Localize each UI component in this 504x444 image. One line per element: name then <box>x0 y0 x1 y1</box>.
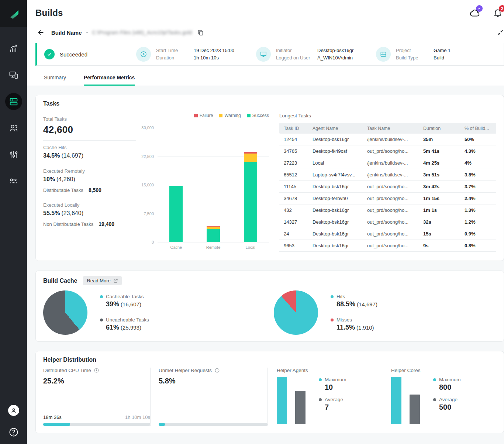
sidebar <box>0 0 27 444</box>
field-label: Project <box>396 48 434 54</box>
field-label: Build Type <box>396 55 434 61</box>
table-cell: 1.2% <box>460 219 496 225</box>
back-arrow-icon[interactable] <box>37 28 45 37</box>
table-header-cell: % of Build... <box>460 126 496 131</box>
table-cell: out_prd/soong/ho... <box>363 219 419 225</box>
stat-sub-label: Non Distributable Tasks <box>43 221 93 227</box>
bar-segment-success <box>169 186 183 242</box>
table-cell: Desktop-bsk16gr <box>308 137 363 142</box>
legend-swatch <box>194 114 198 117</box>
stat-label: Executed Locally <box>43 202 136 208</box>
build-status-text: Succeeded <box>60 51 87 58</box>
table-cell: 34765 <box>279 148 308 154</box>
stat-value: 55.5% <box>43 210 60 216</box>
legend-paren: (16,607) <box>121 301 141 307</box>
field-value: Game 1 <box>434 48 451 54</box>
legend-label: Average <box>439 397 458 402</box>
x-axis-label: Cache <box>158 245 195 249</box>
sliders-icon <box>8 149 19 160</box>
helper-cores-bar-chart <box>391 377 421 424</box>
build-status-card: Succeeded Start Time19 Dec 2023 15:00 Du… <box>35 43 504 66</box>
unmet-progress-bar <box>159 423 267 426</box>
table-cell: /jenkins/buildsev-... <box>363 137 419 142</box>
field-value: A_WIN10\Admin <box>317 55 353 61</box>
table-cell: 0.8% <box>460 243 496 248</box>
table-row[interactable]: 34765Desktop-fk49osfout_prd/soong/ho...5… <box>279 145 496 157</box>
table-body: 12454Desktop-bsk16gr/jenkins/buildsev-..… <box>279 134 496 252</box>
cacheable-tasks-pie-chart <box>43 290 87 335</box>
copy-icon[interactable] <box>197 29 204 36</box>
table-cell: out_prd/soong/ho... <box>363 184 419 189</box>
table-cell: 2.4% <box>460 196 496 201</box>
field-label: Logged on User <box>276 55 317 61</box>
legend-value: 800 <box>433 383 461 392</box>
table-cell: /jenkins/buildsev-... <box>363 172 419 178</box>
table-row[interactable]: 9653Desktop-bsk16grout_prd/soong/ho...9s… <box>279 240 496 252</box>
table-row[interactable]: 24Desktop-bsk16grout_prd/soong/ho...15s0… <box>279 228 496 240</box>
sidebar-item-analytics[interactable] <box>0 35 27 62</box>
build-path-blurred: C:\Program Files (x86)_Acro10p\Tasks.gol… <box>92 30 192 35</box>
table-row[interactable]: 14327Desktop-bsk16grout_prd/soong/ho...3… <box>279 216 496 228</box>
tab-summary[interactable]: Summary <box>44 71 66 86</box>
sidebar-item-agents[interactable] <box>0 62 27 88</box>
table-row[interactable]: 432Desktop-bsk16grout_prd/soong/ho...1m … <box>279 204 496 216</box>
sidebar-item-users[interactable] <box>0 115 27 141</box>
read-more-button[interactable]: Read More <box>83 276 121 285</box>
devices-icon <box>8 70 19 80</box>
y-tick-label: 7,500 <box>144 211 154 216</box>
range-end: 1h 10m 10s <box>125 414 150 420</box>
sidebar-item-builds[interactable] <box>0 88 27 115</box>
table-cell: 4.3% <box>460 148 496 154</box>
legend-hits: Hits 88.5%(14,697) <box>331 294 377 308</box>
table-cell: 3.8% <box>460 172 496 178</box>
table-cell: out_prd/soong/ho... <box>363 207 419 213</box>
info-icon[interactable] <box>214 368 220 373</box>
table-cell: out_prd/soong/ho... <box>363 243 419 248</box>
table-cell: 9s <box>419 243 460 248</box>
field-value: Desktop-bsk16gr <box>317 48 353 54</box>
info-icon[interactable] <box>94 368 99 373</box>
x-axis-labels: CacheRemoteLocal <box>158 245 269 249</box>
table-row[interactable]: 34678Desktop-terbvh0out_prd/soong/ho...1… <box>279 193 496 204</box>
legend-dot <box>433 378 436 381</box>
bar-segment-warning <box>244 154 257 162</box>
table-row[interactable]: 11145Desktop-bsk16grout_prd/soong/ho...3… <box>279 181 496 193</box>
sidebar-item-settings[interactable] <box>0 141 27 168</box>
legend-label: Hits <box>336 294 345 299</box>
collapse-icon[interactable] <box>497 29 504 36</box>
legend-paren: (1,910) <box>356 324 374 331</box>
cloud-status-button[interactable] <box>469 7 481 18</box>
table-row[interactable]: 65512Laptop-sv4r7f4vsv.../jenkins/builds… <box>279 169 496 181</box>
question-icon <box>8 427 19 437</box>
table-header-cell: Duration <box>419 126 460 131</box>
cache-hits-section: Hits 88.5%(14,697) Misses 11.5%(1,910) <box>267 290 377 335</box>
help-button[interactable] <box>8 427 19 437</box>
sidebar-nav <box>0 35 27 195</box>
breadcrumb-separator-dot <box>86 32 88 33</box>
bar-remote <box>207 226 220 242</box>
user-avatar[interactable] <box>8 405 19 416</box>
distributed-cpu-section: Distributed CPU Time 25.2% 18m 36s 1h 10… <box>43 368 150 426</box>
content: Tasks Total Tasks 42,600 Cache Hits 34.5… <box>27 86 504 444</box>
notifications-button[interactable]: 2 <box>491 7 504 18</box>
legend-value: 10 <box>319 383 346 392</box>
legend-label: Cacheable Tasks <box>106 294 144 299</box>
legend-average: Average 500 <box>433 397 461 412</box>
table-row[interactable]: 12454Desktop-bsk16gr/jenkins/buildsev-..… <box>279 134 496 145</box>
legend-dot <box>433 398 436 401</box>
legend-label: Warning <box>224 113 241 118</box>
sidebar-item-license[interactable] <box>0 168 27 195</box>
legend-uncacheable-tasks: Uncacheable Tasks 61%(25,993) <box>100 317 149 331</box>
legend-item-failure: Failure <box>194 113 213 118</box>
tab-performance-metrics[interactable]: Performance Metrics <box>84 71 135 86</box>
helper-cores-section: Helper Cores Maximum 800 Average 500 <box>382 368 486 426</box>
helper-distribution-title: Helper Distribution <box>43 357 496 363</box>
stat-label: Executed Remotely <box>43 168 136 174</box>
legend-swatch <box>247 114 251 117</box>
table-cell: Desktop-bsk16gr <box>308 219 363 225</box>
app-logo[interactable] <box>0 0 27 27</box>
legend-value: 7 <box>319 403 346 412</box>
table-row[interactable]: 27223Local/jenkins/buildsev-...4m 25s4% <box>279 157 496 169</box>
stat-label: Total Tasks <box>43 116 136 122</box>
build-cache-title: Build Cache <box>43 278 77 284</box>
